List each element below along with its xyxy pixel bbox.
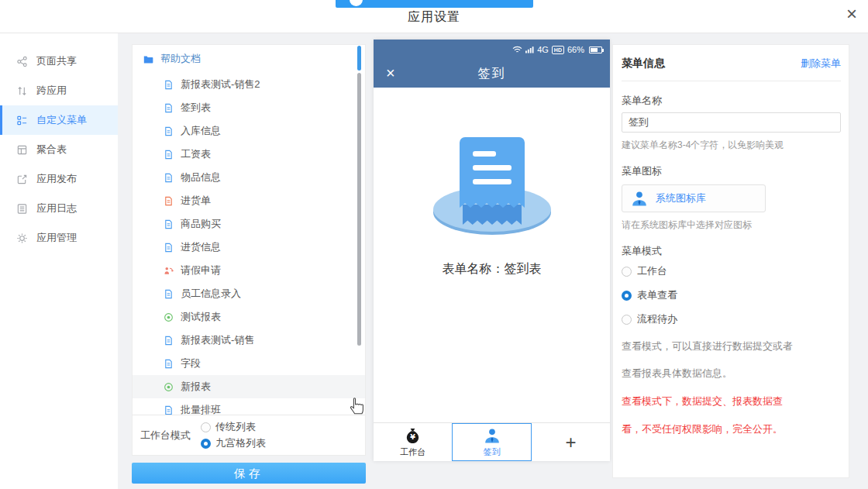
sidebar-item-aggregate-table[interactable]: 聚合表 [0, 135, 118, 164]
system-icon-library-button[interactable]: 系统图标库 [622, 184, 766, 212]
publish-icon [16, 174, 28, 185]
doc-icon [164, 103, 174, 113]
doc-icon [164, 219, 174, 229]
radio-label: 表单查看 [637, 288, 677, 302]
list-item-label: 请假申请 [181, 263, 221, 277]
menu-name-input[interactable] [622, 112, 841, 133]
list-item-label: 批量排班 [181, 403, 221, 415]
doc-icon [164, 336, 174, 346]
sidebar-item-label: 页面共享 [36, 54, 77, 68]
list-item[interactable]: 新报表测试-销售2 [133, 73, 365, 96]
list-item[interactable]: 员工信息录入 [133, 282, 365, 305]
radio-icon-selected[interactable] [622, 291, 632, 301]
list-item[interactable]: 新报表 [133, 375, 365, 398]
sidebar-item-app-log[interactable]: 应用日志 [0, 194, 118, 223]
aggregate-table-icon [16, 144, 28, 156]
sidebar-item-app-publish[interactable]: 应用发布 [0, 164, 118, 194]
settings-title: 菜单信息 [622, 57, 665, 71]
radio-label: 九宫格列表 [215, 436, 266, 450]
phone-title: 签到 [374, 66, 610, 82]
sidebar-item-custom-menu[interactable]: 自定义菜单 [0, 105, 118, 135]
radio-icon-selected[interactable] [201, 439, 211, 449]
folder-row-help-docs[interactable]: 帮助文档 [133, 45, 365, 73]
wifi-icon [512, 46, 522, 53]
tab-workbench[interactable]: ¥ 工作台 [374, 423, 452, 461]
list-item-label: 商品购买 [181, 217, 221, 231]
list-item-label: 新报表测试-销售 [181, 333, 254, 347]
list-item[interactable]: 进货单 [133, 189, 365, 212]
sidebar-item-page-share[interactable]: 页面共享 [0, 46, 118, 76]
tab-add[interactable]: + [532, 423, 610, 461]
tab-sign-in[interactable]: 签到 [452, 423, 532, 461]
menu-name-label: 菜单名称 [622, 94, 841, 108]
phone-status-bar: 4G HD 66% [374, 40, 610, 60]
phone-body: 表单名称：签到表 [374, 88, 610, 422]
list-item-label: 进货信息 [181, 240, 221, 254]
radio-icon[interactable] [201, 422, 211, 432]
battery-percent: 66% [567, 45, 584, 54]
doc-icon [164, 405, 174, 415]
page-title: 应用设置 [0, 9, 868, 26]
mode-description-line1: 查看模式，可以直接进行数据提交或者 [622, 339, 841, 353]
mode-description-line2: 查看报表具体数据信息。 [622, 367, 841, 381]
divider [622, 81, 841, 81]
person-icon [630, 190, 649, 208]
delete-menu-link[interactable]: 删除菜单 [801, 57, 841, 71]
svg-text:¥: ¥ [410, 432, 415, 441]
radio-label: 传统列表 [215, 420, 256, 434]
scrollbar-thumb-blue[interactable] [357, 46, 361, 71]
modal-content: 页面共享 跨应用 自定义菜单 聚合表 应用发布 应用日志 [0, 33, 868, 489]
radio-form-view-mode[interactable]: 表单查看 [622, 288, 841, 302]
list-item[interactable]: 进货信息 [133, 236, 365, 259]
list-item-label: 字段 [181, 356, 201, 370]
tab-label: 签到 [484, 446, 501, 458]
doc-icon [164, 243, 174, 253]
phone-nav-bar: × 签到 [374, 60, 610, 88]
radio-traditional-list[interactable]: 传统列表 [201, 420, 266, 434]
gear-icon [16, 232, 28, 244]
list-item[interactable]: 物品信息 [133, 166, 365, 189]
radio-icon[interactable] [622, 267, 632, 277]
list-item[interactable]: 商品购买 [133, 212, 365, 236]
battery-icon [589, 46, 602, 53]
sidebar-item-cross-app[interactable]: 跨应用 [0, 76, 118, 105]
workbench-mode-label: 工作台模式 [133, 429, 201, 443]
person-icon [483, 427, 501, 445]
list-item[interactable]: 测试报表 [133, 305, 365, 329]
settings-header: 菜单信息 删除菜单 [622, 57, 841, 71]
list-item[interactable]: 入库信息 [133, 119, 365, 143]
list-item-label: 签到表 [181, 101, 211, 115]
radio-icon[interactable] [622, 315, 632, 325]
close-icon[interactable]: × [846, 5, 857, 23]
doc-icon [164, 126, 174, 136]
report-icon [164, 382, 174, 392]
menu-list: 帮助文档 新报表测试-销售2 签到表 入库信息 工资表 物品信息 进货单 商品购… [133, 45, 365, 415]
radio-grid-list[interactable]: 九宫格列表 [201, 436, 266, 450]
list-item[interactable]: 签到表 [133, 96, 365, 119]
radio-flow-todo-mode[interactable]: 流程待办 [622, 312, 841, 326]
sidebar-item-label: 跨应用 [36, 84, 67, 98]
folder-label: 帮助文档 [160, 52, 201, 66]
scrollbar-thumb-gray[interactable] [357, 73, 361, 346]
list-item[interactable]: 请假申请 [133, 259, 365, 282]
sidebar-item-app-manage[interactable]: 应用管理 [0, 223, 118, 253]
banner-circle [350, 0, 363, 6]
doc-icon [164, 196, 174, 206]
save-button[interactable]: 保存 [132, 463, 366, 484]
modal-header: 应用设置 × [0, 0, 868, 33]
top-banner-clipped [336, 0, 533, 8]
report-icon [164, 312, 174, 322]
custom-menu-icon [16, 115, 28, 126]
list-item[interactable]: 字段 [133, 352, 365, 375]
flow-icon [164, 266, 174, 276]
list-item[interactable]: 批量排班 [133, 398, 365, 415]
radio-workbench-mode[interactable]: 工作台 [622, 264, 841, 278]
receipt-illustration [374, 130, 610, 246]
list-item[interactable]: 新报表测试-销售 [133, 329, 365, 352]
sidebar-item-label: 应用日志 [36, 201, 77, 215]
doc-icon [164, 150, 174, 160]
menu-mode-label: 菜单模式 [622, 244, 841, 258]
list-item[interactable]: 工资表 [133, 143, 365, 166]
list-item-label: 入库信息 [181, 124, 221, 138]
folder-icon [143, 54, 153, 64]
